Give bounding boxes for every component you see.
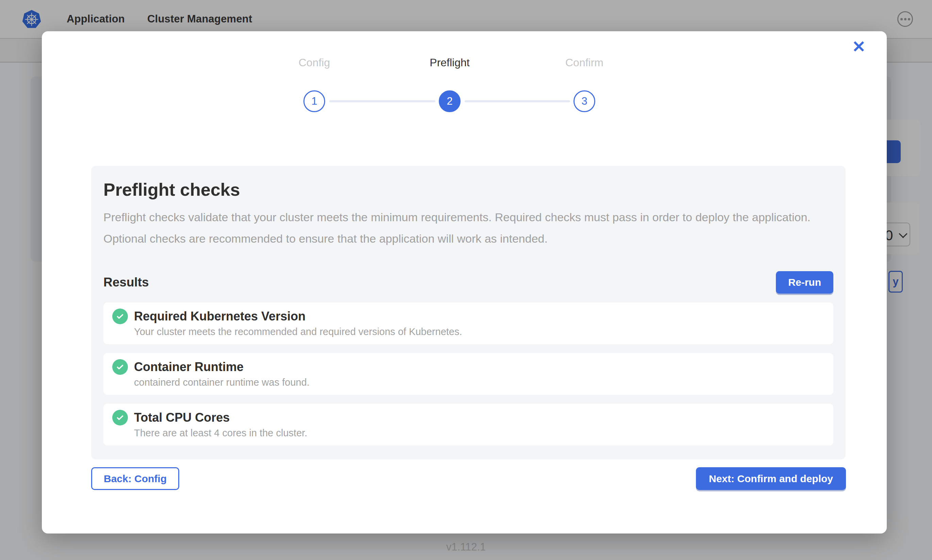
check-head: Container Runtime (112, 359, 822, 375)
rerun-button[interactable]: Re-run (776, 271, 833, 294)
check-description: Your cluster meets the recommended and r… (134, 326, 822, 337)
preflight-panel: Preflight checks Preflight checks valida… (91, 166, 846, 459)
check-pass-icon (112, 359, 128, 375)
results-heading: Results (103, 275, 149, 289)
check-pass-icon (112, 309, 128, 324)
screen: Application Cluster Management 0 y v1.11… (0, 0, 932, 560)
check-title: Required Kubernetes Version (134, 309, 306, 323)
check-item: Total CPU Cores There are at least 4 cor… (103, 404, 833, 446)
check-title: Total CPU Cores (134, 411, 230, 425)
check-item: Required Kubernetes Version Your cluster… (103, 302, 833, 344)
check-item: Container Runtime containerd container r… (103, 353, 833, 395)
check-head: Total CPU Cores (112, 410, 822, 425)
page-title: Preflight checks (103, 179, 833, 200)
preflight-modal: ✕ Config Preflight Confirm 1 2 3 Preflig… (42, 31, 887, 534)
check-title: Container Runtime (134, 360, 244, 374)
step-label-config: Config (263, 56, 365, 69)
step-label-confirm: Confirm (533, 56, 636, 69)
step-connector (329, 100, 435, 102)
close-icon[interactable]: ✕ (852, 39, 866, 55)
check-description: containerd container runtime was found. (134, 377, 822, 388)
step-connector (464, 100, 570, 102)
preflight-description: Preflight checks validate that your clus… (103, 206, 833, 249)
results-row: Results Re-run (103, 271, 833, 294)
check-head: Required Kubernetes Version (112, 309, 822, 324)
check-description: There are at least 4 cores in the cluste… (134, 428, 822, 439)
step-circle-1[interactable]: 1 (303, 91, 325, 112)
next-confirm-deploy-button[interactable]: Next: Confirm and deploy (696, 467, 846, 490)
back-config-button[interactable]: Back: Config (91, 467, 179, 490)
step-label-preflight: Preflight (399, 56, 501, 69)
step-circle-2[interactable]: 2 (439, 91, 461, 112)
step-circle-3[interactable]: 3 (574, 91, 595, 112)
check-pass-icon (112, 410, 128, 425)
